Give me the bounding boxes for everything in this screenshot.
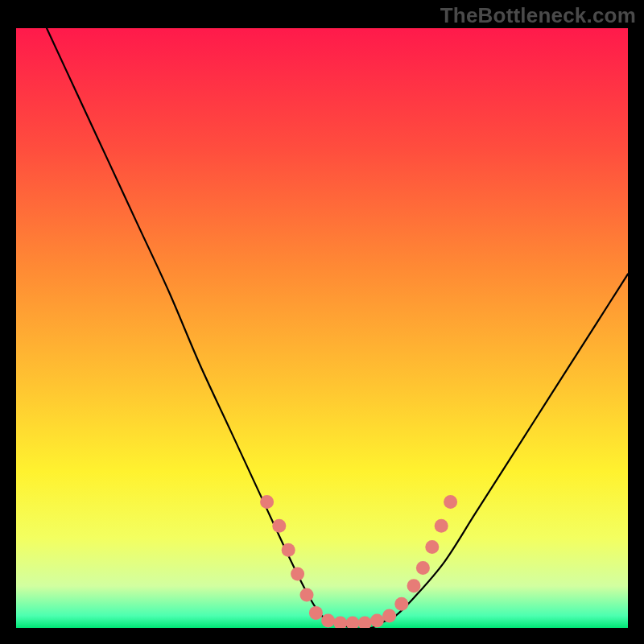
highlight-dot	[407, 579, 421, 592]
highlight-dot	[382, 609, 396, 623]
chart-root: TheBottleneck.com	[0, 0, 644, 644]
highlight-dot	[260, 495, 274, 509]
highlight-dot	[321, 614, 335, 628]
bottleneck-chart	[16, 28, 628, 628]
highlight-dot	[370, 614, 384, 628]
highlight-dot	[300, 588, 314, 602]
highlight-dot	[291, 567, 304, 580]
gradient-panel	[16, 28, 628, 628]
highlight-dot	[435, 519, 448, 533]
highlight-dot	[425, 540, 439, 554]
highlight-dot	[282, 543, 295, 557]
highlight-dot	[272, 519, 286, 533]
highlight-dot	[309, 606, 323, 620]
highlight-dot	[416, 561, 430, 575]
highlight-dot	[444, 495, 457, 509]
highlight-dot	[394, 597, 408, 611]
watermark-text: TheBottleneck.com	[440, 3, 636, 28]
